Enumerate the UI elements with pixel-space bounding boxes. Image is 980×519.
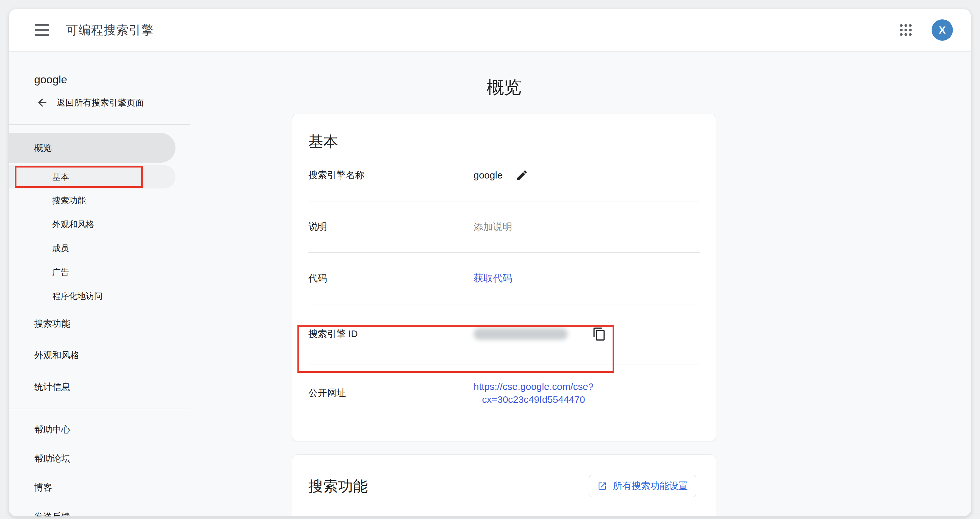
sidebar-item-members[interactable]: 成员 (9, 236, 175, 260)
sidebar: google 返回所有搜索引擎页面 概览 基本 搜索功能 (9, 52, 190, 516)
public-url-link[interactable]: https://cse.google.com/cse? cx=30c23c49f… (474, 380, 593, 406)
sidebar-item-search-features-sub[interactable]: 搜索功能 (9, 188, 175, 212)
all-search-features-settings-button[interactable]: 所有搜索功能设置 (589, 475, 696, 497)
sidebar-item-overview[interactable]: 概览 (9, 133, 175, 163)
page-title: 概览 (292, 52, 716, 97)
sidebar-item-programmatic-access[interactable]: 程序化地访问 (9, 284, 175, 308)
row-label: 搜索引擎名称 (309, 169, 474, 182)
row-label: 代码 (309, 272, 474, 285)
top-app-bar: 可编程搜索引擎 X (9, 9, 971, 52)
annotation-red-box-basics (15, 166, 143, 188)
basic-card: 基本 搜索引擎名称 google 说明 添加说明 (292, 113, 716, 441)
sidebar-item-blog[interactable]: 博客 (9, 473, 190, 502)
row-description: 说明 添加说明 (292, 201, 716, 252)
row-label: 搜索引擎 ID (309, 327, 474, 340)
copy-engine-id-button[interactable] (592, 327, 606, 341)
row-code: 代码 获取代码 (292, 253, 716, 304)
sidebar-item-ads[interactable]: 广告 (9, 260, 175, 284)
row-label: 公开网址 (309, 386, 474, 399)
search-features-card: 搜索功能 所有搜索功能设置 (292, 454, 716, 516)
open-in-new-icon (597, 481, 607, 491)
app-title: 可编程搜索引擎 (66, 22, 154, 38)
sidebar-help-group: 帮助中心 帮助论坛 博客 发送反馈 (9, 409, 190, 516)
pencil-icon (515, 169, 528, 182)
get-code-link[interactable]: 获取代码 (474, 272, 512, 285)
row-engine-name: 搜索引擎名称 google (292, 149, 716, 201)
row-label: 说明 (309, 220, 474, 233)
sidebar-item-basics[interactable]: 基本 (9, 165, 175, 188)
engine-name: google (34, 70, 190, 88)
sidebar-item-send-feedback[interactable]: 发送反馈 (9, 502, 190, 516)
avatar[interactable]: X (932, 19, 953, 41)
sidebar-item-help-forum[interactable]: 帮助论坛 (9, 444, 190, 473)
sidebar-item-search-features[interactable]: 搜索功能 (9, 308, 190, 340)
content-area: google 返回所有搜索引擎页面 概览 基本 搜索功能 (9, 52, 971, 516)
copy-icon (592, 327, 606, 341)
engine-id-redacted-value (474, 328, 568, 340)
back-label: 返回所有搜索引擎页面 (57, 97, 144, 109)
button-label: 所有搜索功能设置 (613, 480, 688, 492)
back-to-all-engines-link[interactable]: 返回所有搜索引擎页面 (36, 92, 190, 113)
row-engine-id: 搜索引擎 ID (292, 304, 716, 364)
description-placeholder[interactable]: 添加说明 (474, 220, 512, 234)
sidebar-item-statistics[interactable]: 统计信息 (9, 371, 190, 403)
edit-engine-name-button[interactable] (515, 169, 528, 182)
row-public-url: 公开网址 https://cse.google.com/cse? cx=30c2… (292, 364, 716, 422)
basic-card-title: 基本 (292, 114, 716, 149)
app-window: 可编程搜索引擎 X google 返回所有搜索引擎页面 (9, 9, 971, 516)
back-arrow-icon (36, 96, 48, 109)
sidebar-item-look-and-feel-sub[interactable]: 外观和风格 (9, 212, 175, 236)
sidebar-item-look-and-feel[interactable]: 外观和风格 (9, 340, 190, 371)
apps-grid-icon[interactable] (898, 22, 913, 38)
main-panel: 概览 基本 搜索引擎名称 google (190, 52, 971, 516)
sidebar-item-help-center[interactable]: 帮助中心 (9, 415, 190, 444)
engine-name-value: google (474, 170, 503, 181)
menu-icon[interactable] (35, 24, 49, 36)
sidebar-nav: 概览 基本 搜索功能 外观和风格 成员 广告 (9, 125, 190, 403)
